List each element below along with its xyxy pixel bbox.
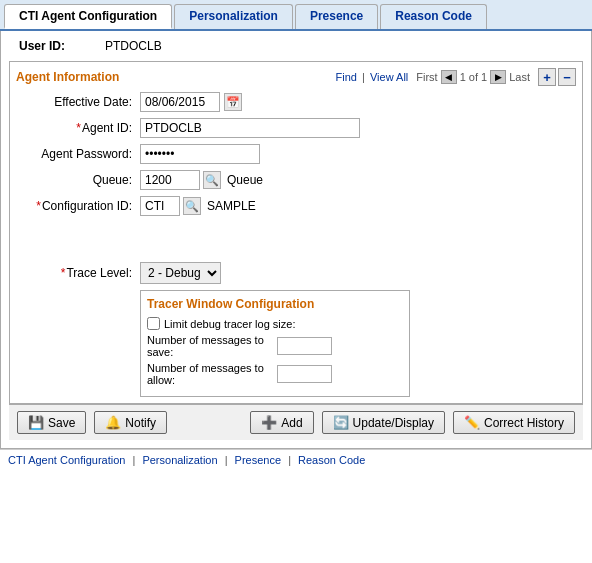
notify-icon: 🔔	[105, 415, 121, 430]
trace-level-row: Trace Level: 0 - None 1 - Errors 2 - Deb…	[16, 262, 576, 284]
messages-allow-row: Number of messages to allow:	[147, 362, 403, 386]
tracer-window-box: Tracer Window Configuration Limit debug …	[140, 290, 410, 397]
save-label: Save	[48, 416, 75, 430]
messages-save-row: Number of messages to save:	[147, 334, 403, 358]
save-button[interactable]: 💾 Save	[17, 411, 86, 434]
bottom-link-reason-code[interactable]: Reason Code	[298, 454, 365, 466]
config-lookup-icon[interactable]: 🔍	[183, 197, 201, 215]
effective-date-row: Effective Date: 📅	[16, 92, 576, 112]
config-id-suffix: SAMPLE	[207, 199, 256, 213]
agent-password-label: Agent Password:	[20, 147, 140, 161]
messages-save-input[interactable]	[277, 337, 332, 355]
tab-personalization[interactable]: Personalization	[174, 4, 293, 29]
queue-row: Queue: 🔍 Queue	[16, 170, 576, 190]
effective-date-input[interactable]	[140, 92, 220, 112]
first-label: First	[416, 71, 437, 83]
tab-cti-agent[interactable]: CTI Agent Configuration	[4, 4, 172, 29]
add-label: Add	[281, 416, 302, 430]
queue-label: Queue:	[20, 173, 140, 187]
agent-information-section: Agent Information Find | View All First …	[9, 61, 583, 404]
notify-label: Notify	[125, 416, 156, 430]
agent-id-row: Agent ID:	[16, 118, 576, 138]
user-id-label: User ID:	[19, 39, 65, 53]
messages-allow-input[interactable]	[277, 365, 332, 383]
calendar-icon[interactable]: 📅	[224, 93, 242, 111]
tab-reason-code[interactable]: Reason Code	[380, 4, 487, 29]
toolbar: 💾 Save 🔔 Notify ➕ Add 🔄 Update/Display ✏…	[9, 404, 583, 440]
main-content: User ID: PTDOCLB Agent Information Find …	[0, 31, 592, 449]
correct-history-label: Correct History	[484, 416, 564, 430]
nav-controls: First ◀ 1 of 1 ▶ Last	[416, 70, 530, 84]
bottom-links: CTI Agent Configuration | Personalizatio…	[0, 449, 592, 470]
add-button[interactable]: ➕ Add	[250, 411, 313, 434]
tab-bar: CTI Agent Configuration Personalization …	[0, 0, 592, 31]
queue-suffix: Queue	[227, 173, 263, 187]
find-link[interactable]: Find	[336, 71, 357, 83]
trace-level-label: Trace Level:	[20, 266, 140, 280]
limit-debug-label: Limit debug tracer log size:	[164, 318, 295, 330]
user-id-row: User ID: PTDOCLB	[9, 39, 583, 53]
add-icon: ➕	[261, 415, 277, 430]
tracer-title: Tracer Window Configuration	[147, 297, 403, 311]
bottom-link-cti[interactable]: CTI Agent Configuration	[8, 454, 125, 466]
messages-save-label: Number of messages to save:	[147, 334, 277, 358]
notify-button[interactable]: 🔔 Notify	[94, 411, 167, 434]
section-title: Agent Information	[16, 70, 119, 84]
remove-row-button[interactable]: −	[558, 68, 576, 86]
queue-input[interactable]	[140, 170, 200, 190]
add-remove-buttons: + −	[538, 68, 576, 86]
last-label: Last	[509, 71, 530, 83]
config-id-label: Configuration ID:	[20, 199, 140, 213]
correct-history-button[interactable]: ✏️ Correct History	[453, 411, 575, 434]
messages-allow-label: Number of messages to allow:	[147, 362, 277, 386]
limit-debug-checkbox[interactable]	[147, 317, 160, 330]
bottom-link-presence[interactable]: Presence	[235, 454, 281, 466]
bottom-link-personalization[interactable]: Personalization	[142, 454, 217, 466]
trace-level-select[interactable]: 0 - None 1 - Errors 2 - Debug 3 - All	[140, 262, 221, 284]
agent-password-row: Agent Password:	[16, 144, 576, 164]
prev-page-button[interactable]: ◀	[441, 70, 457, 84]
agent-id-label: Agent ID:	[20, 121, 140, 135]
queue-lookup-icon[interactable]: 🔍	[203, 171, 221, 189]
tab-presence[interactable]: Presence	[295, 4, 378, 29]
next-page-button[interactable]: ▶	[490, 70, 506, 84]
page-indicator: 1 of 1	[460, 71, 488, 83]
config-id-input[interactable]	[140, 196, 180, 216]
view-all-link[interactable]: View All	[370, 71, 408, 83]
agent-password-input[interactable]	[140, 144, 260, 164]
agent-id-input[interactable]	[140, 118, 360, 138]
update-display-label: Update/Display	[353, 416, 434, 430]
section-nav: Find | View All	[336, 71, 409, 83]
section-header: Agent Information Find | View All First …	[16, 68, 576, 86]
add-row-button[interactable]: +	[538, 68, 556, 86]
limit-debug-row: Limit debug tracer log size:	[147, 317, 403, 330]
save-icon: 💾	[28, 415, 44, 430]
section-header-right: Find | View All First ◀ 1 of 1 ▶ Last + …	[336, 68, 576, 86]
effective-date-label: Effective Date:	[20, 95, 140, 109]
update-display-button[interactable]: 🔄 Update/Display	[322, 411, 445, 434]
update-icon: 🔄	[333, 415, 349, 430]
user-id-value: PTDOCLB	[105, 39, 162, 53]
correct-icon: ✏️	[464, 415, 480, 430]
config-id-row: Configuration ID: 🔍 SAMPLE	[16, 196, 576, 216]
